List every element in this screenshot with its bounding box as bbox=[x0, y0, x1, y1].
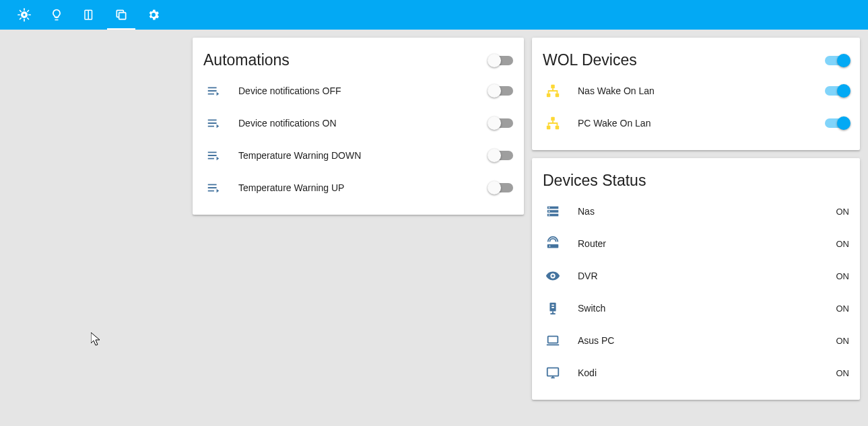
svg-rect-21 bbox=[547, 368, 559, 376]
svg-point-14 bbox=[549, 215, 550, 216]
device-row: Asus PC ON bbox=[543, 324, 849, 357]
device-label[interactable]: Switch bbox=[570, 303, 836, 314]
monitor-icon bbox=[543, 365, 570, 380]
svg-point-12 bbox=[549, 207, 550, 209]
top-nav bbox=[0, 0, 868, 30]
switch-icon bbox=[543, 301, 570, 316]
wol-row: PC Wake On Lan bbox=[543, 107, 849, 139]
automation-toggle[interactable] bbox=[489, 86, 513, 96]
svg-rect-7 bbox=[547, 126, 551, 130]
eye-icon bbox=[543, 269, 570, 283]
automations-header: Automations bbox=[203, 51, 513, 69]
automation-icon bbox=[203, 148, 230, 163]
laptop-icon bbox=[543, 333, 570, 348]
svg-rect-4 bbox=[547, 94, 551, 98]
wol-toggle[interactable] bbox=[825, 118, 849, 128]
device-row: DVR ON bbox=[543, 260, 849, 292]
device-row: Nas ON bbox=[543, 195, 849, 227]
right-column: WOL Devices Nas Wake On Lan PC Wake On L… bbox=[532, 38, 860, 400]
automation-row: Temperature Warning DOWN bbox=[203, 139, 513, 172]
svg-rect-6 bbox=[551, 117, 555, 121]
device-row: Router ON bbox=[543, 227, 849, 260]
router-icon bbox=[543, 236, 570, 251]
automations-master-toggle[interactable] bbox=[489, 56, 513, 65]
automations-title: Automations bbox=[203, 51, 290, 69]
automation-toggle[interactable] bbox=[489, 183, 513, 192]
automation-toggle[interactable] bbox=[489, 151, 513, 160]
automation-icon bbox=[203, 180, 230, 195]
nav-bulb-icon[interactable] bbox=[40, 0, 73, 30]
wol-row: Nas Wake On Lan bbox=[543, 75, 849, 107]
automation-label[interactable]: Temperature Warning UP bbox=[230, 182, 489, 193]
wol-header: WOL Devices bbox=[543, 51, 849, 69]
device-status: ON bbox=[836, 239, 850, 249]
device-status: ON bbox=[836, 207, 850, 217]
svg-point-13 bbox=[549, 211, 550, 212]
wol-label[interactable]: Nas Wake On Lan bbox=[570, 85, 825, 96]
device-label[interactable]: Router bbox=[570, 238, 836, 249]
wol-title: WOL Devices bbox=[543, 51, 637, 69]
automation-toggle[interactable] bbox=[489, 118, 513, 128]
svg-rect-2 bbox=[119, 13, 126, 20]
network-icon bbox=[543, 116, 570, 131]
device-label[interactable]: Kodi bbox=[570, 367, 836, 378]
device-label[interactable]: Asus PC bbox=[570, 335, 836, 346]
wol-label[interactable]: PC Wake On Lan bbox=[570, 118, 825, 129]
svg-point-16 bbox=[549, 246, 551, 247]
wol-toggle[interactable] bbox=[825, 86, 849, 96]
automations-card: Automations Device notifications OFF Dev… bbox=[193, 38, 524, 215]
device-label[interactable]: Nas bbox=[570, 206, 836, 217]
wol-master-toggle[interactable] bbox=[825, 56, 849, 65]
device-label[interactable]: DVR bbox=[570, 271, 836, 281]
left-column: Automations Device notifications OFF Dev… bbox=[193, 38, 524, 400]
automation-row: Temperature Warning UP bbox=[203, 172, 513, 204]
automation-label[interactable]: Device notifications OFF bbox=[230, 85, 489, 96]
automation-row: Device notifications OFF bbox=[203, 75, 513, 107]
automation-icon bbox=[203, 116, 230, 131]
automation-label[interactable]: Temperature Warning DOWN bbox=[230, 150, 489, 161]
device-status: ON bbox=[836, 368, 850, 378]
automation-icon bbox=[203, 83, 230, 98]
nav-copy-icon[interactable] bbox=[105, 0, 137, 30]
wol-card: WOL Devices Nas Wake On Lan PC Wake On L… bbox=[532, 38, 860, 150]
automation-label[interactable]: Device notifications ON bbox=[230, 118, 489, 129]
svg-rect-3 bbox=[551, 85, 555, 88]
device-row: Switch ON bbox=[543, 292, 849, 324]
device-status: ON bbox=[836, 271, 850, 281]
device-row: Kodi ON bbox=[543, 357, 849, 389]
nav-brightness-icon[interactable] bbox=[8, 0, 40, 30]
device-status: ON bbox=[836, 336, 850, 346]
svg-rect-18 bbox=[552, 305, 554, 306]
nav-gear-icon[interactable] bbox=[137, 0, 170, 30]
svg-rect-19 bbox=[552, 307, 554, 308]
device-status: ON bbox=[836, 304, 850, 314]
network-icon bbox=[543, 83, 570, 98]
svg-rect-20 bbox=[548, 336, 558, 343]
svg-rect-5 bbox=[556, 94, 560, 98]
nav-panel-icon[interactable] bbox=[73, 0, 105, 30]
automation-row: Device notifications ON bbox=[203, 107, 513, 139]
svg-rect-8 bbox=[556, 126, 560, 130]
server-icon bbox=[543, 204, 570, 219]
dashboard-content: Automations Device notifications OFF Dev… bbox=[0, 30, 868, 408]
svg-rect-15 bbox=[547, 244, 559, 248]
devices-header: Devices Status bbox=[543, 172, 849, 190]
devices-title: Devices Status bbox=[543, 172, 646, 190]
devices-card: Devices Status Nas ON Router ON bbox=[532, 158, 860, 400]
